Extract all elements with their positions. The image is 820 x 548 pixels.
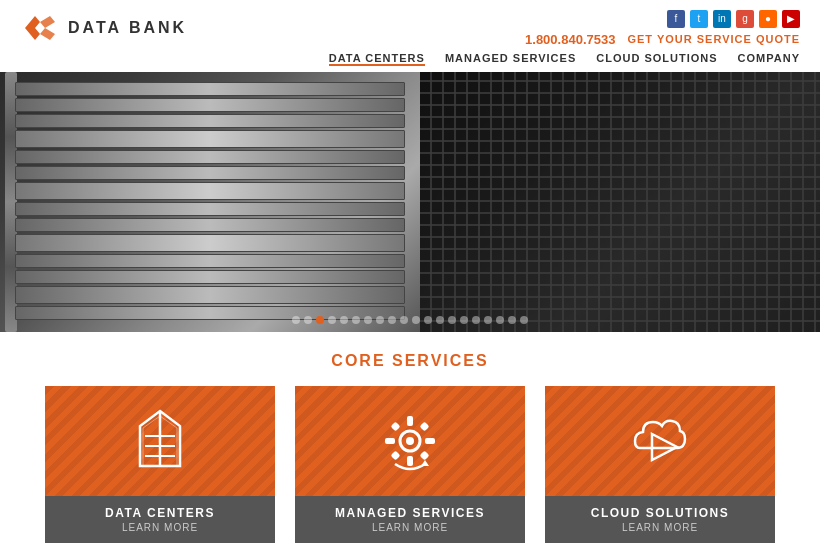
svg-rect-11 <box>407 456 413 466</box>
dot-3[interactable] <box>316 316 324 324</box>
phone-number: 1.800.840.7533 <box>525 32 615 47</box>
svg-rect-12 <box>385 438 395 444</box>
hero-left-panel <box>0 72 420 332</box>
svg-rect-15 <box>420 422 430 432</box>
dot-12[interactable] <box>424 316 432 324</box>
dot-16[interactable] <box>472 316 480 324</box>
dot-10[interactable] <box>400 316 408 324</box>
service-learn-managed: LEARN MORE <box>303 522 517 533</box>
dot-18[interactable] <box>496 316 504 324</box>
linkedin-icon[interactable]: in <box>713 10 731 28</box>
slider-dots <box>292 316 528 324</box>
googleplus-icon[interactable]: g <box>736 10 754 28</box>
header: DATA BANK f t in g ● ▶ 1.800.840.7533 GE… <box>0 0 820 48</box>
contact-row: 1.800.840.7533 GET YOUR SERVICE QUOTE <box>525 32 800 47</box>
twitter-icon[interactable]: t <box>690 10 708 28</box>
svg-rect-10 <box>407 416 413 426</box>
service-name-managed: MANAGED SERVICES <box>303 506 517 520</box>
service-name-datacenters: DATA CENTERS <box>53 506 267 520</box>
youtube-icon[interactable]: ▶ <box>782 10 800 28</box>
facebook-icon[interactable]: f <box>667 10 685 28</box>
managed-services-icon <box>375 406 445 476</box>
social-icons-row: f t in g ● ▶ <box>667 10 800 28</box>
service-quote-link[interactable]: GET YOUR SERVICE QUOTE <box>627 33 800 45</box>
nav-item-datacenters[interactable]: DATA CENTERS <box>329 52 425 66</box>
svg-rect-16 <box>391 451 401 461</box>
dot-8[interactable] <box>376 316 384 324</box>
svg-rect-13 <box>425 438 435 444</box>
datacenter-icon <box>125 406 195 476</box>
service-icon-area-datacenters <box>45 386 275 496</box>
core-services-section: CORE SERVICES DATA CENTERS LEARN MORE <box>0 332 820 543</box>
dot-4[interactable] <box>328 316 336 324</box>
service-card-managed[interactable]: MANAGED SERVICES LEARN MORE <box>295 386 525 543</box>
dot-2[interactable] <box>304 316 312 324</box>
header-right: f t in g ● ▶ 1.800.840.7533 GET YOUR SER… <box>525 10 800 47</box>
dot-14[interactable] <box>448 316 456 324</box>
svg-point-9 <box>406 437 414 445</box>
logo-icon <box>20 8 60 48</box>
service-name-cloud: CLOUD SOLUTIONS <box>553 506 767 520</box>
hero-background <box>0 72 820 332</box>
service-icon-area-managed <box>295 386 525 496</box>
logo-text: DATA BANK <box>68 19 187 37</box>
service-icon-area-cloud <box>545 386 775 496</box>
dot-20[interactable] <box>520 316 528 324</box>
dot-17[interactable] <box>484 316 492 324</box>
dot-13[interactable] <box>436 316 444 324</box>
dot-15[interactable] <box>460 316 468 324</box>
svg-rect-14 <box>391 422 401 432</box>
service-label-cloud: CLOUD SOLUTIONS LEARN MORE <box>545 496 775 543</box>
service-label-datacenters: DATA CENTERS LEARN MORE <box>45 496 275 543</box>
service-card-cloud[interactable]: CLOUD SOLUTIONS LEARN MORE <box>545 386 775 543</box>
logo: DATA BANK <box>20 8 187 48</box>
dot-7[interactable] <box>364 316 372 324</box>
nav-item-company[interactable]: COMPANY <box>738 52 800 66</box>
rss-icon[interactable]: ● <box>759 10 777 28</box>
dot-9[interactable] <box>388 316 396 324</box>
dot-11[interactable] <box>412 316 420 324</box>
nav-bar: DATA CENTERS MANAGED SERVICES CLOUD SOLU… <box>0 48 820 72</box>
service-learn-cloud: LEARN MORE <box>553 522 767 533</box>
nav-item-cloud[interactable]: CLOUD SOLUTIONS <box>596 52 717 66</box>
service-card-datacenters[interactable]: DATA CENTERS LEARN MORE <box>45 386 275 543</box>
svg-marker-18 <box>421 460 429 466</box>
nav-item-managed[interactable]: MANAGED SERVICES <box>445 52 576 66</box>
svg-rect-17 <box>420 451 430 461</box>
core-services-title: CORE SERVICES <box>20 352 800 370</box>
services-grid: DATA CENTERS LEARN MORE <box>20 386 800 543</box>
hero-banner <box>0 72 820 332</box>
hero-right-panel <box>420 72 820 332</box>
service-label-managed: MANAGED SERVICES LEARN MORE <box>295 496 525 543</box>
svg-marker-1 <box>40 16 55 40</box>
dot-1[interactable] <box>292 316 300 324</box>
service-learn-datacenters: LEARN MORE <box>53 522 267 533</box>
svg-marker-0 <box>25 16 40 40</box>
dot-19[interactable] <box>508 316 516 324</box>
dot-6[interactable] <box>352 316 360 324</box>
dot-5[interactable] <box>340 316 348 324</box>
cloud-solutions-icon <box>625 406 695 476</box>
